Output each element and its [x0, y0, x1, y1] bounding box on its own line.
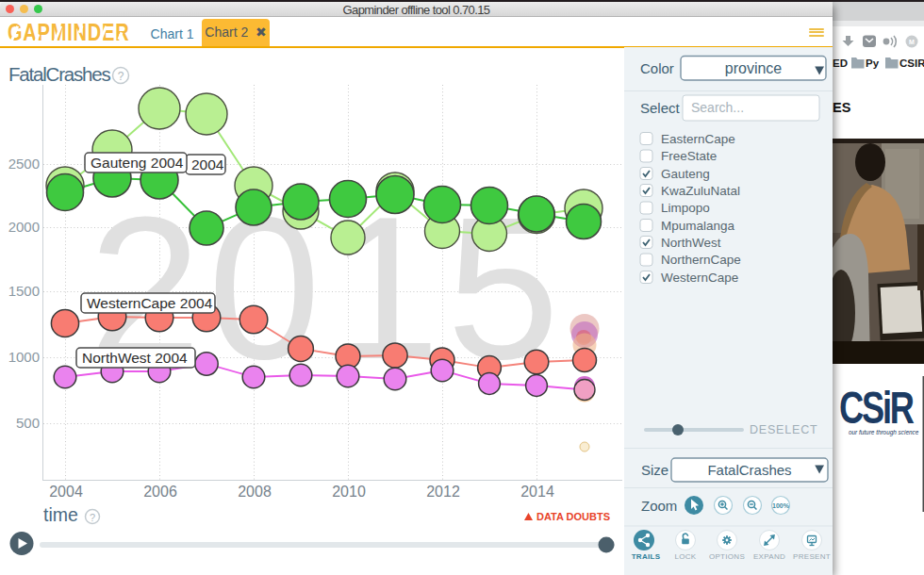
svg-text:Select: Select: [640, 100, 681, 116]
svg-text:1000: 1000: [8, 349, 40, 365]
svg-text:M: M: [909, 39, 915, 45]
svg-text:DESELECT: DESELECT: [750, 423, 817, 436]
svg-text:DATA DOUBTS: DATA DOUBTS: [536, 511, 610, 522]
svg-text:Py: Py: [866, 58, 880, 69]
svg-text:2006: 2006: [143, 484, 177, 500]
svg-text:FreeState: FreeState: [661, 149, 717, 163]
svg-text:2500: 2500: [8, 156, 40, 172]
svg-text:100%: 100%: [772, 502, 790, 509]
svg-text:FatalCrashes: FatalCrashes: [8, 63, 110, 85]
svg-text:province: province: [725, 60, 783, 76]
svg-text:Search...: Search...: [691, 100, 744, 115]
svg-text:CSiR: CSiR: [839, 382, 915, 434]
svg-text:?: ?: [90, 512, 95, 523]
svg-text:NorthWest: NorthWest: [661, 236, 721, 250]
svg-text:2004: 2004: [191, 156, 224, 172]
svg-text:WesternCape: WesternCape: [661, 271, 738, 285]
svg-text:FatalCrashes: FatalCrashes: [707, 462, 791, 478]
svg-text:2010: 2010: [332, 484, 366, 500]
svg-text:PRESENT: PRESENT: [793, 552, 831, 561]
svg-text:Size: Size: [641, 462, 668, 478]
svg-text:2012: 2012: [426, 484, 460, 500]
svg-text:NorthernCape: NorthernCape: [661, 253, 741, 267]
svg-text:?: ?: [118, 70, 124, 83]
svg-text:Mpumalanga: Mpumalanga: [661, 219, 735, 233]
svg-text:EXPAND: EXPAND: [753, 552, 785, 561]
svg-text:2014: 2014: [520, 484, 554, 500]
svg-text:ED: ED: [833, 58, 848, 69]
svg-text:1500: 1500: [8, 283, 40, 299]
svg-text:LOCK: LOCK: [675, 552, 697, 561]
svg-text:TRAILS: TRAILS: [632, 552, 661, 561]
svg-text:Color: Color: [640, 60, 674, 76]
svg-text:our future through science: our future through science: [849, 429, 919, 436]
svg-text:time: time: [43, 504, 78, 525]
svg-text:2004: 2004: [49, 484, 83, 500]
svg-text:Gauteng: Gauteng: [661, 167, 710, 181]
svg-text:Gauteng 2004: Gauteng 2004: [91, 155, 184, 171]
svg-text:500: 500: [16, 415, 40, 431]
svg-text:Zoom: Zoom: [641, 498, 677, 514]
svg-text:WesternCape 2004: WesternCape 2004: [87, 295, 213, 311]
svg-text:OPTIONS: OPTIONS: [709, 552, 745, 561]
svg-text:2000: 2000: [8, 219, 40, 235]
svg-text:ES: ES: [833, 100, 851, 115]
svg-text:KwaZuluNatal: KwaZuluNatal: [661, 184, 740, 198]
svg-text:NorthWest 2004: NorthWest 2004: [82, 350, 188, 366]
svg-text:CSIR: CSIR: [899, 58, 924, 69]
svg-text:EasternCape: EasternCape: [661, 132, 735, 146]
svg-text:2008: 2008: [238, 484, 272, 500]
svg-text:Limpopo: Limpopo: [661, 201, 710, 215]
